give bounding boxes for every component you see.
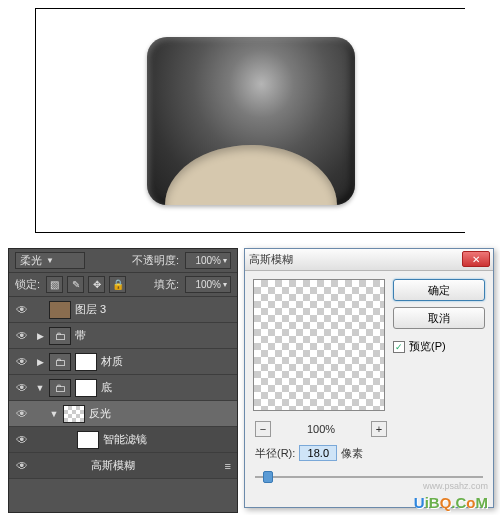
layers-list: 👁 图层 3 👁 ▶ 🗀 带 👁 ▶ 🗀 材质 👁 ▼ 🗀 底 👁 xyxy=(9,297,237,489)
dialog-title: 高斯模糊 xyxy=(249,252,293,267)
document-canvas xyxy=(0,0,500,242)
lock-transparency-button[interactable]: ▧ xyxy=(46,276,63,293)
blend-mode-label: 柔光 xyxy=(20,253,42,268)
ok-button[interactable]: 确定 xyxy=(393,279,485,301)
mask-thumbnail xyxy=(75,379,97,397)
visibility-icon[interactable]: 👁 xyxy=(13,353,31,371)
fill-input[interactable]: 100%▾ xyxy=(185,276,231,293)
zoom-value: 100% xyxy=(277,423,365,435)
artboard xyxy=(35,8,465,233)
filter-row[interactable]: 👁 高斯模糊 ≡ xyxy=(9,453,237,479)
folder-icon: 🗀 xyxy=(49,379,71,397)
preview-checkbox[interactable]: ✓ xyxy=(393,341,405,353)
layer-name: 带 xyxy=(75,328,237,343)
visibility-icon[interactable]: 👁 xyxy=(13,405,31,423)
layer-row[interactable]: 👁 ▼ 🗀 底 xyxy=(9,375,237,401)
wallet-shape xyxy=(147,37,355,205)
folder-icon: 🗀 xyxy=(49,353,71,371)
visibility-icon[interactable]: 👁 xyxy=(13,327,31,345)
smart-filter-row[interactable]: 👁 智能滤镜 xyxy=(9,427,237,453)
preview-area[interactable] xyxy=(253,279,385,411)
visibility-icon[interactable]: 👁 xyxy=(13,301,31,319)
chevron-down-icon: ▼ xyxy=(46,256,54,265)
slider-thumb[interactable] xyxy=(263,471,273,483)
blend-mode-select[interactable]: 柔光 ▼ xyxy=(15,252,85,269)
lock-all-button[interactable]: 🔒 xyxy=(109,276,126,293)
lock-label: 锁定: xyxy=(15,277,40,292)
layer-name: 底 xyxy=(101,380,237,395)
disclosure-icon[interactable]: ▼ xyxy=(49,409,59,419)
cancel-button[interactable]: 取消 xyxy=(393,307,485,329)
zoom-out-button[interactable]: − xyxy=(255,421,271,437)
radius-input[interactable] xyxy=(299,445,337,461)
slider-track xyxy=(255,476,483,478)
filter-options-icon[interactable]: ≡ xyxy=(225,460,237,472)
visibility-icon[interactable]: 👁 xyxy=(13,457,31,475)
layer-row[interactable]: 👁 ▶ 🗀 材质 xyxy=(9,349,237,375)
lock-pixels-button[interactable]: ✎ xyxy=(67,276,84,293)
folder-icon: 🗀 xyxy=(49,327,71,345)
preview-checkbox-label: 预览(P) xyxy=(409,339,446,354)
layer-row[interactable]: 👁 ▶ 🗀 带 xyxy=(9,323,237,349)
zoom-in-button[interactable]: + xyxy=(371,421,387,437)
opacity-label: 不透明度: xyxy=(132,253,179,268)
visibility-icon[interactable]: 👁 xyxy=(13,379,31,397)
layer-thumbnail xyxy=(49,301,71,319)
radius-label: 半径(R): xyxy=(255,446,295,461)
close-button[interactable]: ✕ xyxy=(462,251,490,267)
fill-label: 填充: xyxy=(154,277,179,292)
mask-thumbnail xyxy=(75,353,97,371)
layer-row-selected[interactable]: 👁 ▼ 反光 xyxy=(9,401,237,427)
layer-name: 反光 xyxy=(89,406,237,421)
disclosure-icon[interactable]: ▶ xyxy=(35,357,45,367)
disclosure-icon[interactable]: ▼ xyxy=(35,383,45,393)
gaussian-blur-dialog: 高斯模糊 ✕ 确定 取消 ✓ 预览(P) − 100% + 半径(R): 像素 xyxy=(244,248,494,508)
layer-name: 高斯模糊 xyxy=(91,458,221,473)
lock-position-button[interactable]: ✥ xyxy=(88,276,105,293)
layer-row[interactable]: 👁 图层 3 xyxy=(9,297,237,323)
layer-name: 图层 3 xyxy=(75,302,237,317)
layers-panel: 柔光 ▼ 不透明度: 100%▾ 锁定: ▧ ✎ ✥ 🔒 填充: 100%▾ 👁… xyxy=(8,248,238,513)
disclosure-icon[interactable]: ▶ xyxy=(35,331,45,341)
radius-unit: 像素 xyxy=(341,446,363,461)
layer-name: 智能滤镜 xyxy=(103,432,237,447)
visibility-icon[interactable]: 👁 xyxy=(13,431,31,449)
layer-thumbnail xyxy=(63,405,85,423)
dialog-titlebar[interactable]: 高斯模糊 ✕ xyxy=(245,249,493,271)
filter-mask-thumbnail xyxy=(77,431,99,449)
layer-name: 材质 xyxy=(101,354,237,369)
watermark: UiBQ.CoM xyxy=(414,494,488,511)
opacity-input[interactable]: 100%▾ xyxy=(185,252,231,269)
watermark-url: www.psahz.com xyxy=(423,481,488,491)
